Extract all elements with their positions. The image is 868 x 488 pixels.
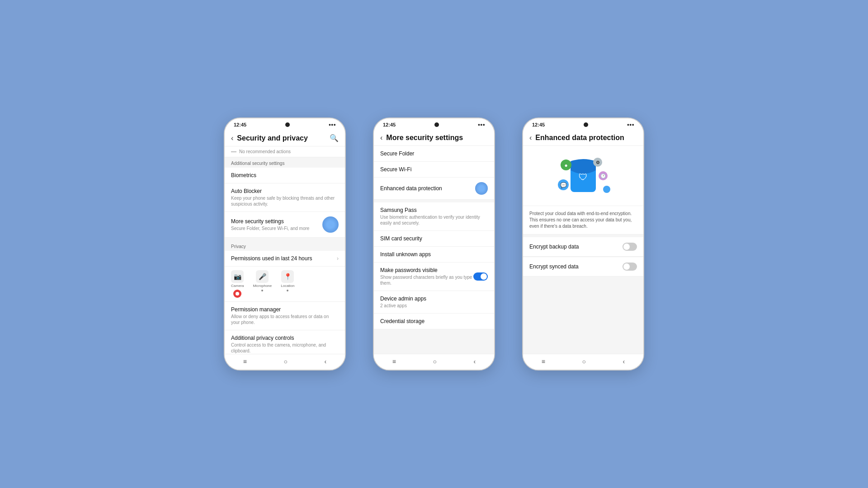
more-security-subtitle: Secure Folder, Secure Wi-Fi, and more: [231, 225, 322, 231]
perm-location: 📍 Location: [281, 270, 294, 298]
menu-privacy-controls[interactable]: Additional privacy controls Control acce…: [225, 330, 345, 354]
notice-text: No recommended actions: [239, 149, 291, 154]
passwords-visible-subtitle: Show password characters briefly as you …: [380, 274, 473, 286]
perm-manager-title: Permission manager: [231, 306, 339, 313]
screen-3: ‹ Enhanced data protection 🛡 ●: [523, 129, 643, 370]
camera-notch-2: [434, 122, 439, 127]
camera-notch-3: [584, 122, 588, 127]
encrypt-synced-row[interactable]: Encrypt synced data: [523, 257, 643, 277]
notice-bar: No recommended actions: [225, 146, 345, 157]
location-icon: 📍: [281, 270, 294, 283]
menu-secure-folder[interactable]: Secure Folder: [374, 146, 494, 162]
svg-text:●: ●: [564, 162, 567, 169]
screen-content-2: Secure Folder Secure Wi-Fi Enhanced data…: [374, 146, 494, 354]
notice-dash: [231, 151, 236, 152]
permission-icons-row: 📷 Camera 🎤 Microphone 📍 Location: [225, 267, 345, 302]
install-unknown-title: Install unknown apps: [380, 251, 488, 258]
menu-install-unknown[interactable]: Install unknown apps: [374, 247, 494, 263]
page-title-2: More security settings: [386, 134, 488, 142]
nav-menu-3[interactable]: ≡: [542, 358, 545, 365]
svg-text:🕐: 🕐: [600, 173, 606, 179]
description-text: Protect your cloud data with end-to-end …: [529, 211, 637, 230]
search-icon-1[interactable]: 🔍: [330, 134, 339, 142]
loc-dot: [287, 290, 288, 291]
status-icons-1: ●●●: [329, 122, 336, 127]
encrypt-synced-toggle[interactable]: [623, 263, 637, 271]
credential-storage-title: Credential storage: [380, 318, 488, 324]
status-bar-2: 12:45 ●●●: [374, 118, 494, 129]
permissions-title: Permissions used in last 24 hours: [231, 255, 337, 262]
mic-dot: [261, 290, 263, 291]
menu-biometrics[interactable]: Biometrics: [225, 168, 345, 183]
privacy-controls-subtitle: Control access to the camera, microphone…: [231, 342, 339, 354]
encrypt-synced-label: Encrypt synced data: [529, 263, 579, 270]
toggle-knob-backup: [623, 244, 630, 250]
menu-credential-storage[interactable]: Credential storage: [374, 314, 494, 329]
encrypt-backup-toggle[interactable]: [623, 243, 637, 251]
back-button-1[interactable]: ‹: [231, 134, 233, 142]
menu-sim-security[interactable]: SIM card security: [374, 231, 494, 247]
back-button-2[interactable]: ‹: [380, 134, 382, 142]
phone-more-security: 12:45 ●●● ‹ More security settings Secur…: [373, 117, 495, 371]
blue-dot-indicator-1: [322, 216, 339, 233]
screen-header-1: ‹ Security and privacy 🔍: [225, 129, 345, 146]
nav-back-3[interactable]: ‹: [623, 358, 625, 365]
sim-security-title: SIM card security: [380, 235, 488, 242]
screen-header-2: ‹ More security settings: [374, 129, 494, 146]
menu-permission-manager[interactable]: Permission manager Allow or deny apps to…: [225, 302, 345, 330]
menu-enhanced-protection[interactable]: Enhanced data protection: [374, 178, 494, 200]
status-time-2: 12:45: [383, 122, 396, 127]
status-icons-3: ●●●: [627, 122, 634, 127]
status-time-3: 12:45: [532, 122, 545, 127]
menu-secure-wifi[interactable]: Secure Wi-Fi: [374, 162, 494, 178]
microphone-icon: 🎤: [256, 270, 269, 283]
screen-header-3: ‹ Enhanced data protection: [523, 129, 643, 146]
encrypt-backup-row[interactable]: Encrypt backup data: [523, 237, 643, 257]
menu-permissions[interactable]: Permissions used in last 24 hours ›: [225, 251, 345, 267]
menu-samsung-pass[interactable]: Samsung Pass Use biometric authenticatio…: [374, 202, 494, 231]
enhanced-protection-title: Enhanced data protection: [380, 185, 475, 192]
nav-home-3[interactable]: ○: [582, 358, 586, 365]
navbar-2: ≡ ○ ‹: [374, 354, 494, 370]
navbar-3: ≡ ○ ‹: [523, 354, 643, 370]
phones-container: 12:45 ●●● ‹ Security and privacy 🔍 No re…: [224, 117, 644, 371]
menu-passwords-visible[interactable]: Make passwords visible Show password cha…: [374, 263, 494, 291]
blue-dot-indicator-2: [475, 182, 488, 195]
back-button-3[interactable]: ‹: [529, 134, 532, 142]
nav-home-1[interactable]: ○: [284, 358, 288, 365]
nav-menu-1[interactable]: ≡: [243, 358, 247, 365]
illustration-svg: 🛡 ● ⚙ 🕐 💬: [547, 152, 619, 202]
status-icons-2: ●●●: [478, 122, 485, 127]
svg-text:⚙: ⚙: [596, 160, 600, 165]
menu-auto-blocker[interactable]: Auto Blocker Keep your phone safe by blo…: [225, 183, 345, 212]
section-label-privacy: Privacy: [225, 240, 345, 251]
biometrics-title: Biometrics: [231, 172, 339, 178]
perm-camera: 📷 Camera: [231, 270, 244, 298]
section-label-security: Additional security settings: [225, 157, 345, 168]
menu-device-admin[interactable]: Device admin apps 2 active apps: [374, 291, 494, 314]
screen-1: ‹ Security and privacy 🔍 No recommended …: [225, 129, 345, 370]
nav-back-1[interactable]: ‹: [325, 358, 327, 365]
camera-notch-1: [285, 122, 290, 127]
perm-microphone: 🎤 Microphone: [253, 270, 272, 298]
status-bar-3: 12:45 ●●●: [523, 118, 643, 129]
illustration-area: 🛡 ● ⚙ 🕐 💬: [523, 146, 643, 206]
screen-content-3: 🛡 ● ⚙ 🕐 💬: [523, 146, 643, 354]
auto-blocker-subtitle: Keep your phone safe by blocking threats…: [231, 195, 339, 207]
privacy-controls-title: Additional privacy controls: [231, 335, 339, 341]
samsung-pass-subtitle: Use biometric authentication to verify y…: [380, 214, 488, 226]
nav-menu-2[interactable]: ≡: [392, 358, 396, 365]
toggle-knob: [481, 273, 487, 280]
svg-text:💬: 💬: [560, 182, 567, 188]
device-admin-subtitle: 2 active apps: [380, 303, 488, 309]
navbar-1: ≡ ○ ‹: [225, 354, 345, 370]
phone-enhanced-protection: 12:45 ●●● ‹ Enhanced data protection 🛡: [522, 117, 644, 371]
nav-back-2[interactable]: ‹: [474, 358, 476, 365]
status-time-1: 12:45: [234, 122, 246, 127]
description-block: Protect your cloud data with end-to-end …: [523, 206, 643, 235]
passwords-visible-toggle[interactable]: [473, 272, 488, 281]
menu-more-security[interactable]: More security settings Secure Folder, Se…: [225, 212, 345, 238]
nav-home-2[interactable]: ○: [433, 358, 437, 365]
encrypt-backup-label: Encrypt backup data: [529, 244, 579, 250]
passwords-visible-title: Make passwords visible: [380, 267, 473, 273]
